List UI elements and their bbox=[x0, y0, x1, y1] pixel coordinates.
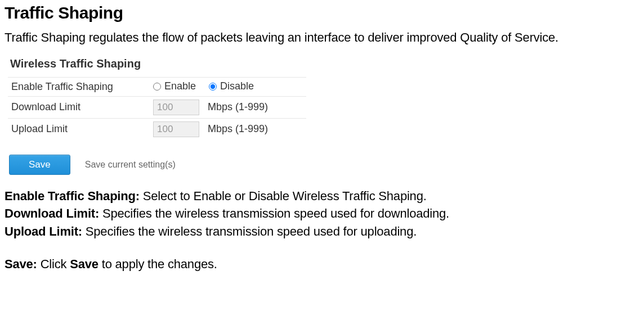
def-save: Save: Click Save to apply the changes. bbox=[5, 255, 639, 273]
def-download-text: Specifies the wireless transmission spee… bbox=[99, 206, 449, 220]
upload-label: Upload Limit bbox=[8, 118, 150, 140]
save-button[interactable]: Save bbox=[9, 155, 70, 175]
def-upload: Upload Limit: Specifies the wireless tra… bbox=[5, 223, 639, 241]
download-unit: Mbps (1-999) bbox=[208, 101, 268, 112]
def-save-text-a: Click bbox=[37, 257, 70, 271]
upload-unit: Mbps (1-999) bbox=[208, 123, 268, 134]
row-enable: Enable Traffic Shaping Enable Disable bbox=[8, 78, 306, 97]
def-download: Download Limit: Specifies the wireless t… bbox=[5, 205, 639, 223]
def-save-term: Save: bbox=[5, 257, 37, 271]
page-intro: Traffic Shaping regulates the flow of pa… bbox=[5, 30, 639, 45]
def-enable-term: Enable Traffic Shaping: bbox=[5, 189, 140, 203]
enable-radio[interactable] bbox=[153, 83, 161, 91]
def-download-term: Download Limit: bbox=[5, 206, 99, 220]
def-save-text-b: Save bbox=[70, 257, 99, 271]
def-upload-text: Specifies the wireless transmission spee… bbox=[82, 224, 417, 238]
disable-radio-wrap[interactable]: Disable bbox=[209, 80, 254, 92]
enable-radio-label: Enable bbox=[164, 80, 196, 92]
upload-input[interactable] bbox=[153, 121, 199, 137]
def-enable-text: Select to Enable or Disable Wireless Tra… bbox=[140, 189, 427, 203]
row-download: Download Limit Mbps (1-999) bbox=[8, 96, 306, 118]
page-title: Traffic Shaping bbox=[5, 3, 639, 22]
enable-radio-wrap[interactable]: Enable bbox=[153, 80, 196, 92]
definitions: Enable Traffic Shaping: Select to Enable… bbox=[5, 187, 639, 274]
download-label: Download Limit bbox=[8, 96, 150, 118]
row-upload: Upload Limit Mbps (1-999) bbox=[8, 118, 306, 140]
enable-label: Enable Traffic Shaping bbox=[8, 78, 150, 97]
def-save-text-c: to apply the changes. bbox=[99, 257, 217, 271]
panel-heading: Wireless Traffic Shaping bbox=[8, 55, 306, 77]
settings-table: Enable Traffic Shaping Enable Disable Do… bbox=[8, 77, 306, 140]
disable-radio-label: Disable bbox=[220, 80, 254, 92]
download-input[interactable] bbox=[153, 100, 199, 115]
def-upload-term: Upload Limit: bbox=[5, 224, 82, 238]
disable-radio[interactable] bbox=[209, 83, 217, 91]
settings-panel: Wireless Traffic Shaping Enable Traffic … bbox=[8, 55, 306, 175]
save-caption: Save current setting(s) bbox=[85, 160, 176, 170]
def-enable: Enable Traffic Shaping: Select to Enable… bbox=[5, 187, 639, 205]
save-row: Save Save current setting(s) bbox=[8, 155, 306, 175]
